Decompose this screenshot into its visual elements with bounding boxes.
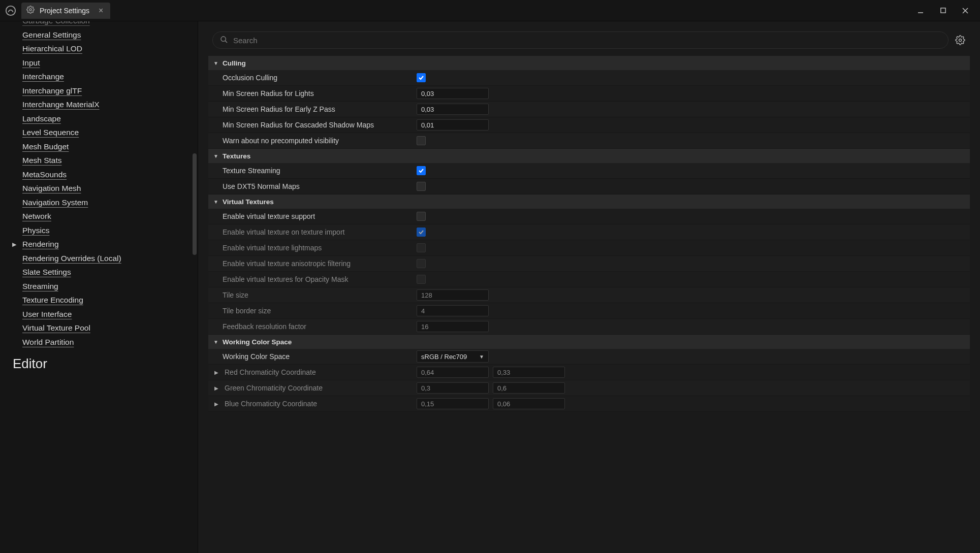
min-screen-radius-lights-input[interactable]: 0,03 <box>417 88 489 99</box>
section-header-culling[interactable]: ▼ Culling <box>208 56 970 70</box>
window-maximize-button[interactable] <box>938 6 947 15</box>
sidebar-item[interactable]: Interchange MaterialX <box>22 100 198 109</box>
sidebar-item[interactable]: General Settings <box>22 30 198 40</box>
prop-label: Occlusion Culling <box>208 74 417 82</box>
vt-opacity-checkbox[interactable] <box>417 275 426 284</box>
settings-gear-button[interactable] <box>955 35 966 46</box>
tab-title: Project Settings <box>40 7 89 15</box>
close-icon[interactable]: × <box>99 6 103 15</box>
sidebar-item[interactable]: Virtual Texture Pool <box>22 323 198 333</box>
vt-support-checkbox[interactable] <box>417 212 426 221</box>
vt-aniso-checkbox[interactable] <box>417 259 426 268</box>
sidebar-item[interactable]: MetaSounds <box>22 170 198 179</box>
chevron-down-icon: ▼ <box>479 354 484 360</box>
vt-import-checkbox[interactable] <box>417 227 426 237</box>
sidebar-item[interactable]: Garbage Collection <box>22 21 198 25</box>
window-minimize-button[interactable] <box>916 6 925 15</box>
sidebar-item-label: Garbage Collection <box>22 21 90 25</box>
prop-label: Use DXT5 Normal Maps <box>208 182 417 190</box>
sidebar-item-label: MetaSounds <box>22 170 67 179</box>
app-logo-icon <box>3 3 18 18</box>
sidebar-item-label: Interchange glTF <box>22 86 82 95</box>
vt-lightmaps-checkbox[interactable] <box>417 243 426 252</box>
section-title: Virtual Textures <box>223 198 274 206</box>
section-header-textures[interactable]: ▼ Textures <box>208 149 970 163</box>
sidebar-item[interactable]: Navigation System <box>22 198 198 207</box>
red-chrom-y-input[interactable]: 0,33 <box>493 367 565 378</box>
occlusion-culling-checkbox[interactable] <box>417 73 426 82</box>
prop-label: Working Color Space <box>208 352 417 361</box>
dxt5-normal-checkbox[interactable] <box>417 182 426 191</box>
min-screen-radius-csm-input[interactable]: 0,01 <box>417 119 489 131</box>
sidebar-item[interactable]: Slate Settings <box>22 268 198 277</box>
sidebar-item[interactable]: User Interface <box>22 310 198 319</box>
prop-label: ▶Blue Chromaticity Coordinate <box>208 400 417 408</box>
chevron-right-icon[interactable]: ▶ <box>214 370 218 375</box>
prop-label: Enable virtual texture on texture import <box>208 228 417 236</box>
working-color-space-dropdown[interactable]: sRGB / Rec709 ▼ <box>417 350 489 363</box>
sidebar-category-heading: Editor <box>0 356 198 372</box>
sidebar-item[interactable]: Landscape <box>22 114 198 123</box>
sidebar-item[interactable]: Level Sequence <box>22 128 198 137</box>
search-icon <box>220 36 228 45</box>
sidebar-item[interactable]: Mesh Budget <box>22 142 198 151</box>
section-header-virtual-textures[interactable]: ▼ Virtual Textures <box>208 194 970 209</box>
sidebar-item[interactable]: Interchange glTF <box>22 86 198 95</box>
dropdown-value: sRGB / Rec709 <box>421 353 467 361</box>
warn-precomputed-checkbox[interactable] <box>417 136 426 145</box>
sidebar-item-label: Streaming <box>22 282 58 291</box>
sidebar-item[interactable]: Streaming <box>22 282 198 291</box>
prop-label: Enable virtual texture anisotropic filte… <box>208 259 417 268</box>
main-panel: ▼ Culling Occlusion Culling Min Screen R… <box>198 21 980 553</box>
tile-size-input[interactable]: 128 <box>417 289 489 301</box>
prop-label: Tile border size <box>208 307 417 315</box>
prop-label: Min Screen Radius for Lights <box>208 89 417 97</box>
blue-chrom-x-input[interactable]: 0,15 <box>417 398 489 409</box>
sidebar-scrollbar[interactable] <box>193 153 197 255</box>
sidebar-item-label: Navigation Mesh <box>22 184 81 193</box>
sidebar-item-label: Interchange MaterialX <box>22 100 100 109</box>
sidebar: Garbage CollectionGeneral SettingsHierar… <box>0 21 198 553</box>
sidebar-item-label: Input <box>22 58 40 68</box>
chevron-right-icon[interactable]: ▶ <box>214 401 218 407</box>
blue-chrom-y-input[interactable]: 0,06 <box>493 398 565 409</box>
sidebar-item[interactable]: World Partition <box>22 338 198 347</box>
prop-label: ▶Red Chromaticity Coordinate <box>208 368 417 376</box>
sidebar-item[interactable]: Rendering Overrides (Local) <box>22 254 198 263</box>
svg-point-1 <box>29 9 31 11</box>
sidebar-item[interactable]: Navigation Mesh <box>22 184 198 193</box>
sidebar-item-label: Rendering <box>22 240 59 249</box>
prop-label: Tile size <box>208 291 417 299</box>
svg-point-6 <box>221 37 226 41</box>
tile-border-input[interactable]: 4 <box>417 305 489 316</box>
sidebar-item-label: Navigation System <box>22 198 88 207</box>
sidebar-item[interactable]: Mesh Stats <box>22 156 198 165</box>
search-input[interactable] <box>233 36 941 45</box>
prop-label: Feedback resolution factor <box>208 322 417 331</box>
svg-line-7 <box>225 41 227 43</box>
texture-streaming-checkbox[interactable] <box>417 166 426 175</box>
chevron-right-icon[interactable]: ▶ <box>214 385 218 391</box>
sidebar-item[interactable]: Physics <box>22 226 198 235</box>
sidebar-item[interactable]: Hierarchical LOD <box>22 44 198 53</box>
red-chrom-x-input[interactable]: 0,64 <box>417 367 489 378</box>
section-header-working-color-space[interactable]: ▼ Working Color Space <box>208 335 970 349</box>
feedback-res-input[interactable]: 16 <box>417 321 489 332</box>
search-box[interactable] <box>212 31 949 49</box>
window-close-button[interactable] <box>961 6 970 15</box>
sidebar-item[interactable]: Input <box>22 58 198 68</box>
sidebar-item-label: Hierarchical LOD <box>22 44 82 53</box>
tab-project-settings[interactable]: Project Settings × <box>21 3 110 19</box>
sidebar-item[interactable]: Interchange <box>22 72 198 81</box>
sidebar-item-label: Network <box>22 212 51 221</box>
min-screen-radius-earlyz-input[interactable]: 0,03 <box>417 104 489 115</box>
prop-label: Texture Streaming <box>208 167 417 175</box>
sidebar-item[interactable]: Network <box>22 212 198 221</box>
sidebar-item[interactable]: Texture Encoding <box>22 296 198 305</box>
sidebar-item[interactable]: ▶Rendering <box>22 240 198 249</box>
gear-icon <box>26 6 35 15</box>
sidebar-item-label: World Partition <box>22 338 74 347</box>
green-chrom-y-input[interactable]: 0,6 <box>493 382 565 394</box>
sidebar-item-label: Mesh Budget <box>22 142 69 151</box>
green-chrom-x-input[interactable]: 0,3 <box>417 382 489 394</box>
